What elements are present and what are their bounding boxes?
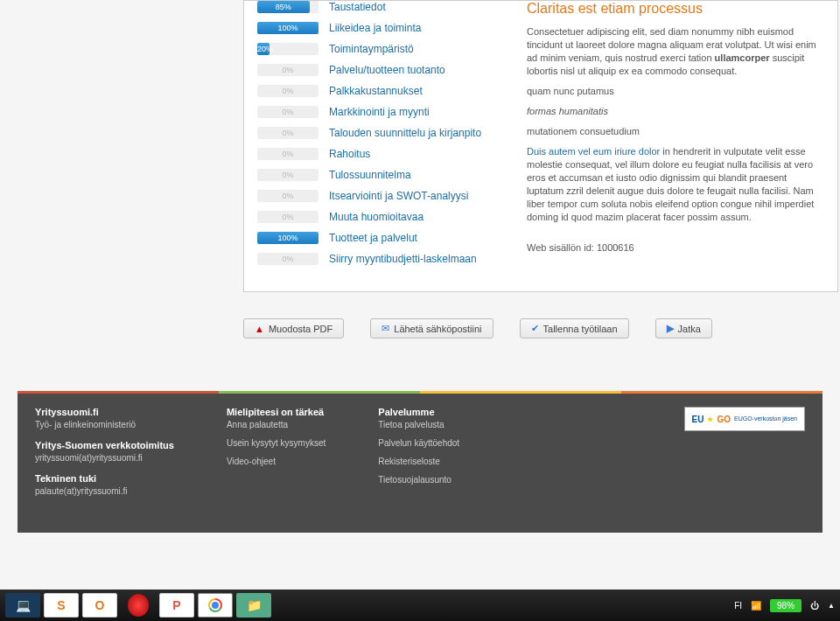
section-link[interactable]: Itsearviointi ja SWOT-analyysi (329, 190, 468, 202)
battery-indicator[interactable]: 98% (770, 599, 802, 612)
list-item: 0%Siirry myyntibudjetti-laskelmaan (257, 253, 502, 265)
progress-bar: 0% (257, 127, 318, 139)
list-item: 0%Talouden suunnittelu ja kirjanpito (257, 127, 502, 139)
list-item: 85%Taustatiedot (257, 1, 502, 13)
progress-bar: 0% (257, 64, 318, 76)
article: Claritas est etiam processus Consectetue… (527, 1, 824, 262)
footer-col-services: Palvelumme Tietoa palvelusta Palvelun kä… (378, 407, 459, 506)
mail-icon: ✉ (382, 323, 389, 334)
lang-indicator[interactable]: FI (734, 601, 742, 611)
list-item: 100%Tuotteet ja palvelut (257, 232, 502, 244)
progress-bar: 85% (257, 1, 318, 13)
outlook-icon[interactable]: O (82, 593, 117, 618)
section-link[interactable]: Toimintaympäristö (329, 43, 414, 55)
progress-bar: 20% (257, 43, 318, 55)
list-item: 0%Tulossuunnitelma (257, 169, 502, 181)
list-item: 100%Liikeidea ja toiminta (257, 22, 502, 34)
progress-bar: 0% (257, 190, 318, 202)
network-icon[interactable]: 📶 (751, 601, 761, 611)
action-buttons: ▲Muodosta PDF ✉Lähetä sähköpostiini ✔Tal… (243, 318, 838, 338)
pdf-icon: ▲ (255, 324, 264, 334)
section-link[interactable]: Tuotteet ja palvelut (329, 232, 417, 244)
section-link[interactable]: Liikeidea ja toiminta (329, 22, 421, 34)
section-link[interactable]: Siirry myyntibudjetti-laskelmaan (329, 253, 477, 265)
section-link[interactable]: Tulossuunnitelma (329, 169, 411, 181)
footer-sub: yrityssuomi(at)yrityssuomi.fi (35, 453, 174, 463)
chrome-icon[interactable] (198, 593, 233, 618)
list-item: 0%Rahoitus (257, 148, 502, 160)
progress-bar: 0% (257, 148, 318, 160)
article-title: Claritas est etiam processus (527, 1, 824, 17)
section-link[interactable]: Taustatiedot (329, 1, 386, 13)
footer-link[interactable]: Tietoa palvelusta (378, 420, 459, 429)
article-line1: quam nunc putamus (527, 85, 824, 98)
laptop-icon[interactable]: 💻 (5, 593, 40, 618)
progress-bar: 100% (257, 22, 318, 34)
tray: FI 📶 98% ⏻ ▲ (734, 599, 835, 612)
footer-h: Yrityssuomi.fi (35, 407, 174, 417)
progress-bar: 0% (257, 169, 318, 181)
list-item: 20%Toimintaympäristö (257, 43, 502, 55)
power-icon[interactable]: ⏻ (810, 601, 819, 611)
stars-icon: ★ (707, 415, 713, 423)
main-panel: 85%Taustatiedot100%Liikeidea ja toiminta… (243, 0, 838, 292)
section-link[interactable]: Talouden suunnittelu ja kirjanpito (329, 127, 481, 139)
footer-link[interactable]: Usein kysytyt kysymykset (227, 438, 326, 448)
progress-list: 85%Taustatiedot100%Liikeidea ja toiminta… (257, 1, 502, 274)
show-hidden-icon[interactable]: ▲ (828, 602, 835, 610)
footer-link[interactable]: Rekisteriseloste (378, 457, 459, 466)
footer-sub: Työ- ja elinkeinoministeriö (35, 420, 174, 429)
article-line2: formas humanitatis (527, 105, 824, 118)
footer-h: Tekninen tuki (35, 473, 174, 484)
check-icon: ✔ (531, 323, 539, 334)
footer: Yrityssuomi.fi Työ- ja elinkeinominister… (18, 394, 822, 533)
email-button[interactable]: ✉Lähetä sähköpostiini (370, 318, 493, 338)
footer-h: Yritys-Suomen verkkotoimitus (35, 440, 174, 450)
content-id: Web sisällön id: 1000616 (527, 241, 824, 255)
article-line3: mutationem consuetudium (527, 125, 824, 138)
progress-bar: 0% (257, 85, 318, 97)
section-link[interactable]: Palvelu/tuotteen tuotanto (329, 64, 445, 76)
footer-h: Mielipiteesi on tärkeä (227, 407, 326, 417)
progress-bar: 100% (257, 232, 318, 244)
section-link[interactable]: Palkkakustannukset (329, 85, 423, 97)
footer-h: Palvelumme (378, 407, 459, 417)
powerpoint-icon[interactable]: P (159, 593, 194, 618)
footer-link[interactable]: Anna palautetta (227, 420, 326, 429)
section-link[interactable]: Rahoitus (329, 148, 370, 160)
continue-button[interactable]: ▶Jatka (655, 318, 712, 338)
list-item: 0%Palvelu/tuotteen tuotanto (257, 64, 502, 76)
explorer-icon[interactable]: 📁 (236, 593, 271, 618)
progress-bar: 0% (257, 106, 318, 118)
list-item: 0%Muuta huomioitavaa (257, 211, 502, 223)
pdf-button[interactable]: ▲Muodosta PDF (243, 318, 344, 338)
article-p1: Consectetuer adipiscing elit, sed diam n… (527, 25, 824, 78)
eugo-badge: EU★GO EUGO-verkoston jäsen (684, 407, 805, 431)
app-icon[interactable] (121, 593, 156, 618)
footer-link[interactable]: Video-ohjeet (227, 457, 326, 466)
save-button[interactable]: ✔Tallenna työtilaan (520, 318, 629, 338)
list-item: 0%Itsearviointi ja SWOT-analyysi (257, 190, 502, 202)
taskbar: 💻 S O P 📁 FI 📶 98% ⏻ ▲ (0, 590, 840, 621)
footer-sub: palaute(at)yrityssuomi.fi (35, 486, 174, 496)
arrow-icon: ▶ (667, 323, 674, 334)
article-p2: Duis autem vel eum iriure dolor in hendr… (527, 145, 824, 224)
footer-link[interactable]: Tietosuojalausunto (378, 475, 459, 485)
sharepoint-icon[interactable]: S (44, 593, 79, 618)
list-item: 0%Palkkakustannukset (257, 85, 502, 97)
section-link[interactable]: Markkinointi ja myynti (329, 106, 430, 118)
list-item: 0%Markkinointi ja myynti (257, 106, 502, 118)
footer-col-contact: Yrityssuomi.fi Työ- ja elinkeinominister… (35, 407, 174, 506)
footer-col-feedback: Mielipiteesi on tärkeä Anna palautetta U… (227, 407, 326, 506)
progress-bar: 0% (257, 253, 318, 265)
progress-bar: 0% (257, 211, 318, 223)
section-link[interactable]: Muuta huomioitavaa (329, 211, 424, 223)
footer-link[interactable]: Palvelun käyttöehdot (378, 438, 459, 448)
